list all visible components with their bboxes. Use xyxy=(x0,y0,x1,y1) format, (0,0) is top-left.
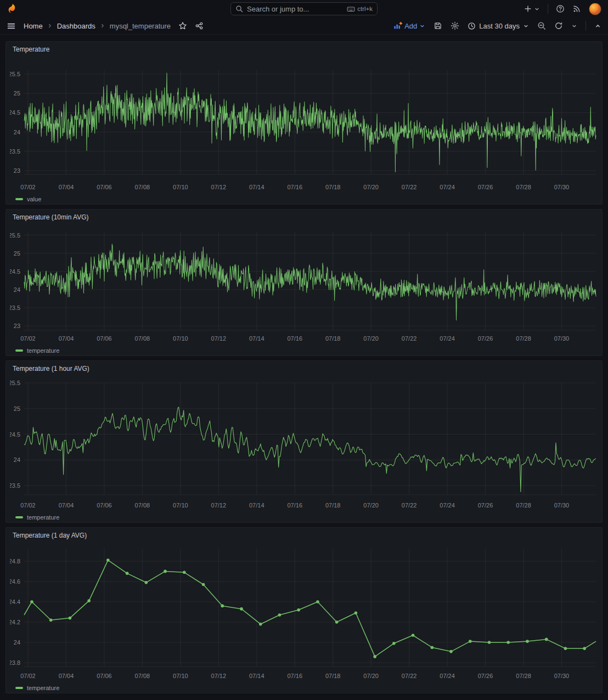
user-avatar[interactable] xyxy=(589,3,601,15)
y-axis-tick-label: 23 xyxy=(14,323,20,329)
refresh-interval-dropdown[interactable] xyxy=(571,23,577,29)
data-point[interactable] xyxy=(164,570,167,573)
save-dashboard-button[interactable] xyxy=(434,21,442,30)
y-axis-tick-label: 24.6 xyxy=(10,578,20,585)
data-point[interactable] xyxy=(412,634,415,637)
data-point[interactable] xyxy=(221,605,224,608)
panel-title[interactable]: Temperature xyxy=(13,46,49,53)
data-point[interactable] xyxy=(431,646,434,649)
x-axis-tick-label: 07/30 xyxy=(554,335,570,342)
legend-label[interactable]: value xyxy=(27,196,41,202)
add-visualization-icon xyxy=(393,21,402,30)
search-bar[interactable]: Search or jump to... ctrl+k xyxy=(230,2,378,15)
x-axis-tick-label: 07/10 xyxy=(173,502,188,509)
legend-label[interactable]: temperature xyxy=(27,514,59,521)
y-axis-tick-label: 25.5 xyxy=(10,232,20,239)
x-axis-tick-label: 07/12 xyxy=(211,673,227,679)
y-axis-tick-label: 25.5 xyxy=(10,71,20,77)
x-axis-tick-label: 07/02 xyxy=(20,184,36,190)
star-icon xyxy=(178,21,187,30)
y-axis-tick-label: 23.8 xyxy=(10,659,20,666)
news-button[interactable] xyxy=(572,4,581,13)
data-point[interactable] xyxy=(449,650,453,653)
data-point[interactable] xyxy=(87,599,91,602)
refresh-dashboard-button[interactable] xyxy=(554,21,563,30)
data-point[interactable] xyxy=(469,640,472,643)
data-point[interactable] xyxy=(69,617,72,620)
x-axis-tick-label: 07/24 xyxy=(440,335,455,342)
y-axis-tick-label: 23.5 xyxy=(10,482,20,489)
data-point[interactable] xyxy=(545,638,548,641)
data-point[interactable] xyxy=(392,642,396,645)
data-point[interactable] xyxy=(106,558,110,562)
dashboard-settings-button[interactable] xyxy=(451,21,459,30)
x-axis-tick-label: 07/02 xyxy=(20,335,36,342)
new-menu-button[interactable] xyxy=(523,4,540,13)
legend-label[interactable]: temperature xyxy=(27,347,59,354)
data-point[interactable] xyxy=(297,608,300,612)
panel-title[interactable]: Temperature (1 hour AVG) xyxy=(13,365,89,372)
x-axis-tick-label: 07/12 xyxy=(211,502,227,509)
data-point[interactable] xyxy=(564,647,567,650)
data-point[interactable] xyxy=(202,583,205,586)
share-dashboard-button[interactable] xyxy=(195,21,204,30)
x-axis-tick-label: 07/18 xyxy=(325,502,341,509)
grafana-logo[interactable] xyxy=(7,3,18,14)
zoom-out-time-button[interactable] xyxy=(537,21,546,30)
x-axis-tick-label: 07/04 xyxy=(59,184,74,190)
series-line[interactable] xyxy=(24,244,596,320)
y-axis-tick-label: 25 xyxy=(14,405,20,412)
x-axis-tick-label: 07/06 xyxy=(97,673,112,679)
data-point[interactable] xyxy=(354,612,358,615)
data-point[interactable] xyxy=(183,571,186,574)
save-icon xyxy=(434,21,442,30)
y-axis-tick-label: 24.5 xyxy=(10,268,20,275)
x-axis-tick-label: 07/16 xyxy=(287,502,302,509)
time-series-chart[interactable]: 24.824.624.424.22423.807/0207/0407/0607/… xyxy=(10,543,598,683)
series-line[interactable] xyxy=(24,73,596,172)
data-point[interactable] xyxy=(583,647,586,650)
panel-title[interactable]: Temperature (1 day AVG) xyxy=(13,532,87,539)
panel-header: Temperature (1 hour AVG) xyxy=(10,361,598,376)
data-point[interactable] xyxy=(30,600,33,603)
y-axis-tick-label: 24.5 xyxy=(10,431,20,438)
data-point[interactable] xyxy=(259,623,262,626)
add-panel-button[interactable]: Add xyxy=(393,21,425,30)
mega-menu-toggle[interactable] xyxy=(7,21,16,31)
toolbar-controls: Add Last 30 days xyxy=(393,21,601,31)
shortcut-label: ctrl+k xyxy=(357,5,373,12)
collapse-toolbar-button[interactable] xyxy=(594,22,601,30)
y-axis-tick-label: 23.5 xyxy=(10,304,20,311)
data-point[interactable] xyxy=(49,619,53,622)
data-point[interactable] xyxy=(488,641,491,644)
time-range-picker[interactable]: Last 30 days xyxy=(468,22,529,30)
time-series-chart[interactable]: 25.52524.52423.507/0207/0407/0607/0807/1… xyxy=(10,376,598,512)
x-axis-tick-label: 07/14 xyxy=(249,502,264,509)
panel-header: Temperature (1 day AVG) xyxy=(10,528,598,543)
data-point[interactable] xyxy=(145,581,148,584)
data-point[interactable] xyxy=(373,655,376,658)
favorite-dashboard-button[interactable] xyxy=(178,21,187,30)
x-axis-tick-label: 07/14 xyxy=(249,673,264,679)
x-axis-tick-label: 07/20 xyxy=(363,673,379,679)
data-point[interactable] xyxy=(316,600,319,603)
panel-title[interactable]: Temperature (10min AVG) xyxy=(13,213,89,221)
x-axis-tick-label: 07/22 xyxy=(402,184,417,190)
legend-label[interactable]: temperature xyxy=(27,685,59,691)
data-point[interactable] xyxy=(278,613,282,617)
time-series-chart[interactable]: 25.52524.52423.52307/0207/0407/0607/0807… xyxy=(10,57,598,194)
data-point[interactable] xyxy=(335,620,339,624)
x-axis-tick-label: 07/28 xyxy=(516,184,531,190)
data-point[interactable] xyxy=(506,641,510,644)
keyboard-icon xyxy=(347,5,355,13)
breadcrumb-dashboards[interactable]: Dashboards xyxy=(57,22,95,30)
breadcrumb-home[interactable]: Home xyxy=(24,22,43,30)
grafana-logo-icon xyxy=(7,3,18,14)
data-point[interactable] xyxy=(240,607,243,611)
help-button[interactable] xyxy=(556,4,565,13)
time-series-chart[interactable]: 25.52524.52423.52307/0207/0407/0607/0807… xyxy=(10,225,598,346)
x-axis-tick-label: 07/24 xyxy=(440,673,455,679)
data-point[interactable] xyxy=(126,572,129,575)
data-point[interactable] xyxy=(526,640,529,643)
series-line[interactable] xyxy=(24,407,596,492)
